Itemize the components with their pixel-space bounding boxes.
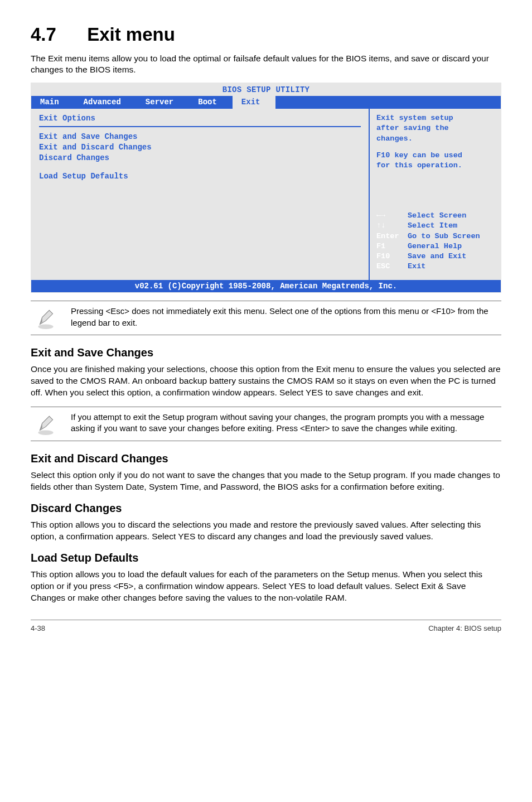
legend-key: ESC — [376, 262, 408, 272]
bios-body: Exit Options Exit and Save Changes Exit … — [31, 109, 501, 279]
legend-val: Select Screen — [408, 211, 466, 221]
para-exit-save-text: Once you are finished making your select… — [31, 364, 501, 397]
legend-key: F1 — [376, 241, 408, 252]
svg-point-3 — [38, 431, 53, 435]
heading-exit-save: Exit and Save Changes — [31, 345, 501, 360]
bios-help-line: changes. — [376, 134, 494, 144]
page-number: 4-38 — [31, 624, 45, 634]
bios-spacer — [39, 163, 361, 171]
bios-help-line: after saving the — [376, 123, 494, 133]
note-text: Pressing <Esc> does not immediately exit… — [71, 306, 501, 328]
legend-val: Go to Sub Screen — [408, 231, 480, 241]
legend-val: Save and Exit — [408, 252, 466, 262]
para-discard: This option allows you to discard the se… — [31, 519, 501, 543]
heading-exit-discard: Exit and Discard Changes — [31, 451, 501, 466]
bios-help-line: Exit system setup — [376, 113, 494, 123]
bios-item-discard[interactable]: Discard Changes — [39, 153, 361, 163]
bios-tab-boot[interactable]: Boot — [189, 96, 233, 109]
chapter-number: 4.7 — [31, 22, 82, 47]
pencil-icon — [31, 412, 61, 436]
bios-help-text: Exit system setup after saving the chang… — [370, 109, 501, 175]
svg-point-0 — [38, 325, 53, 329]
legend-val: Select Item — [408, 221, 457, 231]
bios-utility: BIOS SETUP UTILITY Main Advanced Server … — [31, 83, 501, 293]
legend-key: Enter — [376, 231, 408, 241]
bios-legend: ←→Select Screen ↑↓Select Item EnterGo to… — [370, 206, 501, 279]
chapter-heading: 4.7 Exit menu — [31, 22, 501, 47]
bios-title: BIOS SETUP UTILITY — [31, 83, 501, 96]
note-text: If you attempt to exit the Setup program… — [71, 412, 501, 434]
note-unsaved: If you attempt to exit the Setup program… — [31, 407, 501, 441]
legend-key: ←→ — [376, 211, 408, 221]
para-exit-save: Once you are finished making your select… — [31, 364, 501, 399]
bios-help-line: F10 key can be used — [376, 151, 494, 161]
legend-key: ↑↓ — [376, 221, 408, 231]
bios-help-gap — [376, 144, 494, 151]
pencil-icon — [31, 306, 61, 330]
heading-discard: Discard Changes — [31, 501, 501, 516]
para-load-defaults: This option allows you to load the defau… — [31, 569, 501, 604]
para-exit-discard: Select this option only if you do not wa… — [31, 470, 501, 493]
bios-item-exit-save[interactable]: Exit and Save Changes — [39, 132, 361, 142]
intro-paragraph: The Exit menu items allow you to load th… — [31, 53, 501, 76]
heading-load-defaults: Load Setup Defaults — [31, 550, 501, 566]
chapter-footer-label: Chapter 4: BIOS setup — [428, 624, 501, 634]
bios-section-title: Exit Options — [39, 113, 361, 124]
legend-val: General Help — [408, 241, 462, 252]
bios-left-pane: Exit Options Exit and Save Changes Exit … — [31, 109, 370, 279]
bios-tab-bar: Main Advanced Server Boot Exit — [31, 96, 501, 109]
bios-item-load-defaults[interactable]: Load Setup Defaults — [39, 171, 361, 182]
bios-tab-server[interactable]: Server — [137, 96, 189, 109]
chapter-title-text: Exit menu — [87, 24, 175, 45]
page-footer: 4-38 Chapter 4: BIOS setup — [31, 620, 501, 634]
bios-divider — [39, 126, 361, 127]
legend-val: Exit — [408, 262, 425, 272]
note-esc: Pressing <Esc> does not immediately exit… — [31, 301, 501, 335]
bios-help-line: for this operation. — [376, 161, 494, 171]
bios-right-pane: Exit system setup after saving the chang… — [370, 109, 501, 279]
bios-tab-advanced[interactable]: Advanced — [75, 96, 137, 109]
legend-key: F10 — [376, 252, 408, 262]
bios-item-exit-discard[interactable]: Exit and Discard Changes — [39, 142, 361, 153]
bios-footer: v02.61 (C)Copyright 1985-2008, American … — [31, 280, 501, 293]
bios-tab-exit[interactable]: Exit — [233, 96, 276, 109]
bios-tab-main[interactable]: Main — [31, 96, 75, 109]
